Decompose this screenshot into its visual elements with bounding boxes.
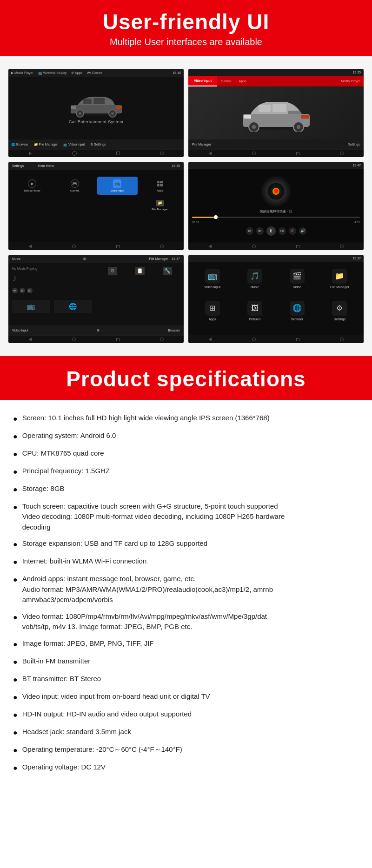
screen6-recents-icon xyxy=(296,338,299,341)
screen6-bottomnav xyxy=(188,336,364,343)
next-music-btn[interactable]: ⏭ xyxy=(27,288,33,293)
filemanager-label: File Manager xyxy=(152,208,168,211)
bullet-icon: ● xyxy=(13,449,18,460)
screen2-tab-apps[interactable]: Apps xyxy=(235,76,250,86)
file-item-1[interactable]: ⚙ xyxy=(100,267,126,275)
spec-text: Video input: video input from on-board h… xyxy=(22,691,359,702)
bullet-icon: ● xyxy=(13,484,18,495)
spec-text: HD-IN output: HD-IN audio and video outp… xyxy=(22,709,359,720)
file-item-2[interactable]: 📋 xyxy=(127,267,153,275)
screen2-bottomnav xyxy=(188,150,364,157)
spec-text: CPU: MTK8765 quad core xyxy=(22,448,359,459)
menu-item-apps[interactable]: Apps xyxy=(140,177,180,195)
screen4-controls: ⇄ ⏮ ⏸ ⏭ ↺ 🔊 xyxy=(246,226,306,236)
file-icons-grid: ⚙ 📋 🔧 xyxy=(100,267,180,275)
car-entertainment-label: Car Entertainment System xyxy=(69,119,124,124)
app-icon-pictures: 🖼 xyxy=(247,301,262,316)
browser-tile[interactable]: 🌐 xyxy=(54,300,92,313)
videoinput-label: Video input xyxy=(110,189,124,192)
menu-item-filemanager[interactable]: 📁 File Manager xyxy=(140,197,180,213)
spec-item-6: ●Storage expansion: USB and TF card up t… xyxy=(13,538,359,550)
screen3-extra-icon xyxy=(160,245,164,248)
screen4-time-current: 00:03 xyxy=(192,221,199,224)
app-item-music[interactable]: 🎵 Music xyxy=(235,269,274,297)
spec-text: Internet: built-in WLMA Wi-Fi connection xyxy=(22,556,359,567)
screen5-filemanager-label: File Manager xyxy=(149,257,168,260)
app-icon-music: 🎵 xyxy=(247,269,262,284)
svg-point-4 xyxy=(79,112,81,115)
play-btn[interactable]: ⏸ xyxy=(266,226,276,236)
screen6-extra-icon xyxy=(340,338,344,341)
spec-item-1: ●Operating system: Android 6.0 xyxy=(13,431,359,442)
screen4-back-icon xyxy=(209,245,212,248)
screen6-app-grid: 📺 Video input 🎵 Music 🎬 Video 📁 File Man… xyxy=(188,262,364,336)
spec-item-14: ●HD-IN output: HD-IN audio and video out… xyxy=(13,709,359,721)
screen5-grid-icon: ⊞ xyxy=(83,257,86,261)
screenshots-grid: ▶ Media Player 📺 Wireless display ⊕ Apps… xyxy=(8,69,364,343)
screen4-progress-thumb[interactable] xyxy=(214,215,218,219)
svg-point-15 xyxy=(297,125,300,129)
app-icon-browser: 🌐 xyxy=(290,301,305,316)
screen5-music-panel: No Music Playing ♪ ⏮ ▶ ⏭ 📺 🌐 xyxy=(8,263,96,325)
music-ctrl-row: ⏮ ▶ ⏭ xyxy=(12,288,92,293)
screen5-extra-icon xyxy=(160,338,164,341)
spec-item-10: ●Image format: JPEG, BMP, PNG, TIFF, JIF xyxy=(13,638,359,650)
bullet-icon: ● xyxy=(13,466,18,477)
menu-item-videoinput[interactable]: 📺 Video input xyxy=(97,177,138,195)
main-title: User-friendly UI xyxy=(9,10,363,34)
vinyl-disc-icon xyxy=(261,176,291,206)
file-item-3[interactable]: 🔧 xyxy=(154,267,180,275)
repeat-btn[interactable]: ↺ xyxy=(289,227,296,235)
bullet-icon: ● xyxy=(13,431,18,442)
screen2-bottombar: File Manager Settings xyxy=(188,139,364,150)
screen6-topbar: 19:37 xyxy=(188,255,364,262)
shuffle-btn[interactable]: ⇄ xyxy=(246,227,253,235)
screen1-time: 16:15 xyxy=(173,71,181,74)
bullet-icon: ● xyxy=(13,612,18,623)
file-icon-3: 🔧 xyxy=(163,267,172,275)
bullet-icon: ● xyxy=(13,413,18,424)
home-icon xyxy=(72,151,77,156)
app-label-video: Video xyxy=(293,285,301,289)
screen2-tab-video[interactable]: Video input xyxy=(188,76,217,86)
video-input-tile[interactable]: 📺 xyxy=(12,300,50,313)
spec-text: Headset jack: standard 3.5mm jack xyxy=(22,727,359,737)
app-item-videoinput[interactable]: 📺 Video input xyxy=(193,269,232,297)
screen4-bottomnav xyxy=(188,243,364,250)
menu-item-games[interactable]: 🎮 Games xyxy=(55,177,95,195)
app-item-video[interactable]: 🎬 Video xyxy=(278,269,317,297)
screen2-time: 19:35 xyxy=(352,71,361,74)
screen5-bottomnav xyxy=(8,336,184,343)
app-item-settings[interactable]: ⚙ Settings xyxy=(320,301,359,329)
screen2-tab-media[interactable]: Media Player xyxy=(337,76,364,86)
screen4-extra-icon xyxy=(340,245,344,248)
screen5-split: No Music Playing ♪ ⏮ ▶ ⏭ 📺 🌐 xyxy=(8,263,184,325)
screen4-time-total: 4:25 xyxy=(354,221,360,224)
screen2-topbar: 19:35 xyxy=(188,69,364,76)
bullet-icon: ● xyxy=(13,574,18,585)
extra-btn-icon xyxy=(340,152,344,155)
play-music-btn[interactable]: ▶ xyxy=(20,288,25,293)
app-label-settings: Settings xyxy=(334,318,345,321)
spec-text: Operating voltage: DC 12V xyxy=(22,762,359,773)
app-item-pictures[interactable]: 🖼 Pictures xyxy=(235,301,274,329)
next-btn[interactable]: ⏭ xyxy=(279,227,286,235)
screen1: ▶ Media Player 📺 Wireless display ⊕ Apps… xyxy=(8,69,184,157)
spec-item-7: ●Internet: built-in WLMA Wi-Fi connectio… xyxy=(13,556,359,568)
games-label: Games xyxy=(70,189,79,192)
screen2-tab-games[interactable]: Games xyxy=(217,76,235,86)
spec-item-17: ●Operating voltage: DC 12V xyxy=(13,762,359,774)
volume-btn[interactable]: 🔊 xyxy=(299,227,306,235)
screen4-song-title: 苦的玫瑰静悄悄走 - 品 xyxy=(260,209,292,214)
screen4-vinyl-area: 苦的玫瑰静悄悄走 - 品 00:03 4:25 ⇄ ⏮ ⏸ ⏭ ↺ 🔊 xyxy=(188,169,364,243)
prev-btn[interactable]: ⏮ xyxy=(256,227,264,235)
vinyl-center-icon xyxy=(274,189,279,193)
back-icon xyxy=(29,152,32,155)
app-item-filemanager[interactable]: 📁 File Manager xyxy=(320,269,359,297)
app-item-browser[interactable]: 🌐 Browser xyxy=(278,301,317,329)
file-icon-2: 📋 xyxy=(135,267,145,275)
prev-music-btn[interactable]: ⏮ xyxy=(12,288,18,293)
app-item-apps[interactable]: ⊞ Apps xyxy=(193,301,232,329)
music-note-icon: ♪ xyxy=(12,272,17,284)
menu-item-mediaplayer[interactable]: ▶ Media Player xyxy=(12,177,53,195)
